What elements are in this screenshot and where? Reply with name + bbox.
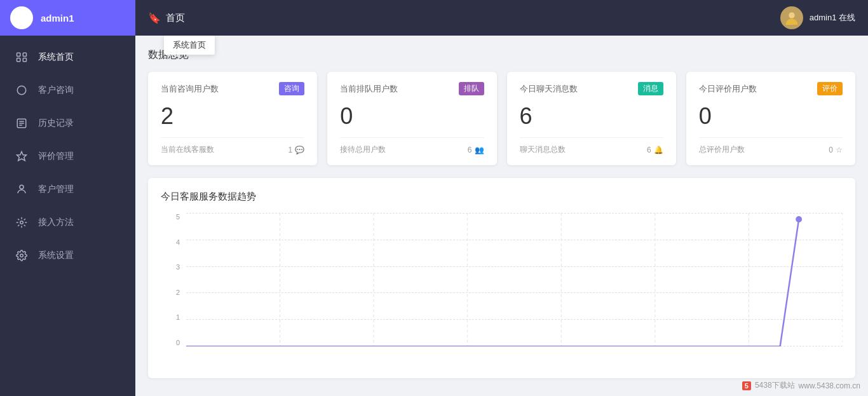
history-icon bbox=[15, 117, 28, 130]
sidebar-item-consult[interactable]: 客户咨询 bbox=[0, 74, 135, 107]
main-area: 🔖 首页 admin1 在线 系统首页 数据总览 当前咨询用户数 bbox=[135, 0, 868, 396]
stat-value-1: 2 bbox=[161, 103, 304, 130]
sidebar-item-customer[interactable]: 客户管理 bbox=[0, 173, 135, 206]
topbar-avatar bbox=[780, 6, 803, 29]
chart-container: 5 4 3 2 1 0 bbox=[161, 213, 843, 365]
svg-rect-2 bbox=[23, 53, 26, 56]
stat-label-2: 当前排队用户数 bbox=[340, 83, 398, 95]
breadcrumb-icon: 🔖 bbox=[148, 12, 161, 24]
access-icon bbox=[15, 216, 28, 229]
stat-card-review: 今日评价用户数 评价 0 总评价用户数 0 ☆ bbox=[686, 72, 855, 165]
breadcrumb-text: 首页 bbox=[166, 12, 185, 24]
home-icon bbox=[15, 51, 28, 64]
watermark-text: 5438下载站 bbox=[755, 380, 795, 391]
stat-card-header-4: 今日评价用户数 评价 bbox=[699, 82, 843, 95]
topbar-right: admin1 在线 bbox=[780, 6, 855, 29]
watermark: 5 5438下载站 www.5438.com.cn bbox=[742, 380, 860, 391]
y-label-5: 5 bbox=[176, 213, 180, 221]
stat-label-1: 当前咨询用户数 bbox=[161, 83, 219, 95]
stat-footer-1: 当前在线客服数 1 💬 bbox=[161, 137, 304, 155]
stat-card-header-1: 当前咨询用户数 咨询 bbox=[161, 82, 304, 95]
stat-footer-label-4: 总评价用户数 bbox=[699, 144, 745, 155]
svg-rect-4 bbox=[23, 58, 26, 62]
stat-label-3: 今日聊天消息数 bbox=[520, 83, 578, 95]
stats-grid: 当前咨询用户数 咨询 2 当前在线客服数 1 💬 当前排队用户数 排队 bbox=[148, 72, 855, 165]
stat-card-message: 今日聊天消息数 消息 6 聊天消息总数 6 🔔 bbox=[507, 72, 676, 165]
sidebar-username: admin1 bbox=[41, 13, 74, 24]
sidebar-nav: 系统首页 客户咨询 历史记录 bbox=[0, 36, 135, 272]
sidebar-item-label: 系统首页 bbox=[38, 51, 74, 63]
svg-marker-10 bbox=[17, 152, 27, 161]
svg-point-13 bbox=[20, 254, 24, 257]
stat-footer-label-2: 接待总用户数 bbox=[340, 144, 386, 155]
chart-y-axis: 5 4 3 2 1 0 bbox=[161, 213, 184, 346]
svg-rect-3 bbox=[17, 58, 20, 62]
sidebar-item-home[interactable]: 系统首页 bbox=[0, 41, 135, 74]
stat-card-queue: 当前排队用户数 排队 0 接待总用户数 6 👥 bbox=[327, 72, 496, 165]
sidebar-header: admin1 bbox=[0, 0, 135, 36]
sidebar: admin1 系统首页 客户咨询 bbox=[0, 0, 135, 396]
settings-icon bbox=[15, 249, 28, 262]
footer-icon-4: ☆ bbox=[836, 146, 843, 154]
svg-point-11 bbox=[20, 185, 24, 189]
watermark-logo: 5 bbox=[742, 381, 751, 390]
y-label-2: 2 bbox=[176, 289, 180, 296]
sidebar-item-label: 评价管理 bbox=[38, 151, 74, 162]
stat-badge-3: 消息 bbox=[638, 82, 663, 95]
stat-footer-4: 总评价用户数 0 ☆ bbox=[699, 137, 843, 155]
footer-icon-1: 💬 bbox=[295, 146, 304, 154]
stat-footer-val-1: 1 💬 bbox=[288, 146, 305, 154]
sidebar-item-label: 客户咨询 bbox=[38, 85, 74, 96]
stat-footer-2: 接待总用户数 6 👥 bbox=[340, 137, 484, 155]
stat-card-consult: 当前咨询用户数 咨询 2 当前在线客服数 1 💬 bbox=[148, 72, 317, 165]
stat-footer-label-1: 当前在线客服数 bbox=[161, 144, 214, 155]
topbar-breadcrumb: 🔖 首页 bbox=[148, 12, 185, 24]
stat-badge-2: 排队 bbox=[459, 82, 484, 95]
sidebar-item-label: 接入方法 bbox=[38, 217, 74, 228]
stat-badge-1: 咨询 bbox=[279, 82, 304, 95]
stat-value-3: 6 bbox=[520, 103, 663, 130]
overview-title: 数据总览 bbox=[148, 48, 855, 62]
stat-footer-3: 聊天消息总数 6 🔔 bbox=[520, 137, 663, 155]
stat-footer-label-3: 聊天消息总数 bbox=[520, 144, 566, 155]
stat-card-header-2: 当前排队用户数 排队 bbox=[340, 82, 484, 95]
stat-label-4: 今日评价用户数 bbox=[699, 83, 757, 95]
topbar-username: admin1 在线 bbox=[810, 12, 855, 24]
chart-section: 今日客服服务数据趋势 5 4 3 2 1 0 bbox=[148, 178, 855, 378]
rating-icon bbox=[15, 150, 28, 163]
y-label-1: 1 bbox=[176, 313, 180, 321]
svg-point-0 bbox=[19, 13, 24, 18]
sidebar-item-label: 客户管理 bbox=[38, 184, 74, 195]
svg-point-15 bbox=[789, 12, 794, 18]
y-label-4: 4 bbox=[176, 238, 180, 246]
sidebar-item-access[interactable]: 接入方法 bbox=[0, 206, 135, 239]
sidebar-item-label: 历史记录 bbox=[38, 118, 74, 129]
watermark-domain: www.5438.com.cn bbox=[799, 381, 860, 390]
stat-badge-4: 评价 bbox=[817, 82, 843, 95]
svg-point-12 bbox=[20, 221, 24, 224]
topbar: 🔖 首页 admin1 在线 bbox=[135, 0, 868, 36]
footer-icon-3: 🔔 bbox=[654, 146, 663, 154]
customer-icon bbox=[15, 183, 28, 196]
stat-value-4: 0 bbox=[699, 103, 843, 130]
y-label-3: 3 bbox=[176, 263, 180, 271]
svg-point-23 bbox=[796, 216, 802, 222]
content-area: 数据总览 当前咨询用户数 咨询 2 当前在线客服数 1 💬 bbox=[135, 36, 868, 396]
sidebar-item-settings[interactable]: 系统设置 bbox=[0, 239, 135, 272]
svg-point-5 bbox=[17, 86, 26, 95]
y-label-0: 0 bbox=[176, 339, 180, 346]
sidebar-item-label: 系统设置 bbox=[38, 250, 74, 261]
sidebar-item-history[interactable]: 历史记录 bbox=[0, 107, 135, 140]
stat-value-2: 0 bbox=[340, 103, 484, 130]
stat-footer-val-3: 6 🔔 bbox=[647, 146, 663, 154]
sidebar-avatar bbox=[10, 6, 33, 29]
svg-rect-1 bbox=[17, 53, 20, 56]
footer-icon-2: 👥 bbox=[475, 146, 484, 154]
consult-icon bbox=[15, 84, 28, 97]
breadcrumb-dropdown[interactable]: 系统首页 bbox=[164, 36, 215, 55]
stat-card-header-3: 今日聊天消息数 消息 bbox=[520, 82, 663, 95]
stat-footer-val-4: 0 ☆ bbox=[829, 146, 843, 154]
chart-title: 今日客服服务数据趋势 bbox=[161, 191, 843, 203]
stat-footer-val-2: 6 👥 bbox=[468, 146, 484, 154]
sidebar-item-rating[interactable]: 评价管理 bbox=[0, 140, 135, 173]
